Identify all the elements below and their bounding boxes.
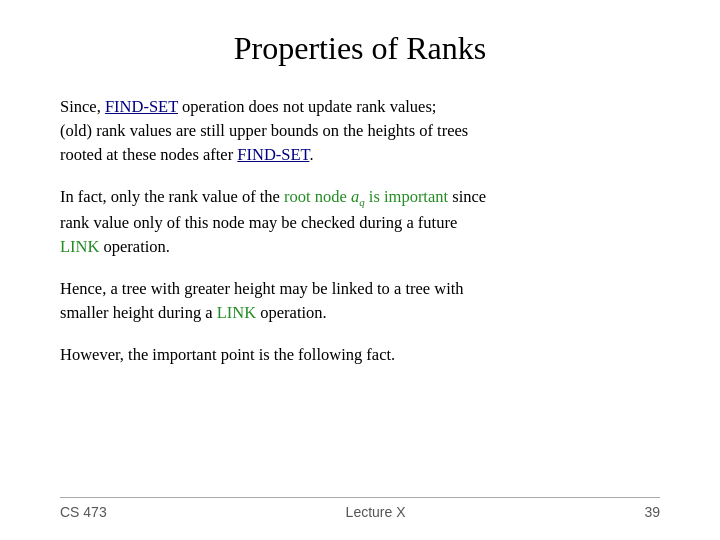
para1-findset2: FIND-SET [237, 145, 309, 164]
para2-root-node: root node aq [284, 187, 365, 206]
para2-part1: In fact, only the rank value of the [60, 187, 284, 206]
para1-end: . [309, 145, 313, 164]
para4-text: However, the important point is the foll… [60, 345, 395, 364]
paragraph-4: However, the important point is the foll… [60, 343, 660, 367]
footer-left: CS 473 [60, 504, 107, 520]
slide: Properties of Ranks Since, FIND-SET oper… [0, 0, 720, 540]
para1-findset1: FIND-SET [105, 97, 178, 116]
paragraph-2: In fact, only the rank value of the root… [60, 185, 660, 259]
para2-is-important: is important [369, 187, 448, 206]
para3-part2: operation. [256, 303, 327, 322]
footer-center: Lecture X [346, 504, 406, 520]
footer-right: 39 [644, 504, 660, 520]
para2-link: LINK [60, 237, 99, 256]
para3-link: LINK [217, 303, 256, 322]
slide-footer: CS 473 Lecture X 39 [60, 497, 660, 520]
para2-part4: operation. [99, 237, 170, 256]
slide-title: Properties of Ranks [60, 30, 660, 67]
slide-content: Since, FIND-SET operation does not updat… [60, 95, 660, 497]
paragraph-3: Hence, a tree with greater height may be… [60, 277, 660, 325]
paragraph-1: Since, FIND-SET operation does not updat… [60, 95, 660, 167]
para1-text-before: Since, [60, 97, 105, 116]
